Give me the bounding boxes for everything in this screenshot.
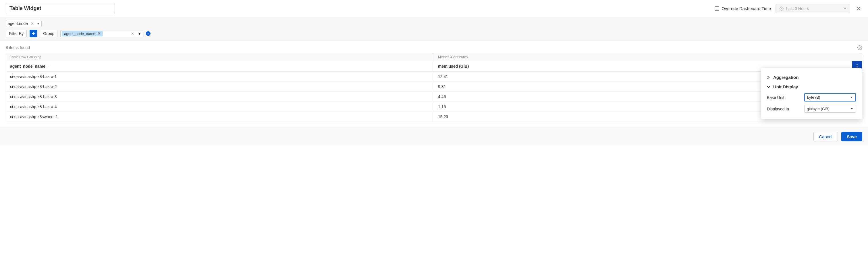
- override-time-toggle[interactable]: Override Dashboard Time: [715, 6, 771, 11]
- chevron-down-icon: [767, 85, 771, 88]
- cancel-button[interactable]: Cancel: [813, 132, 838, 141]
- group-selector[interactable]: agent_node_name ✕ ✕ ▼: [60, 30, 143, 37]
- column-a-label: agent_node_name: [10, 64, 45, 69]
- grouping-header: Table Row Grouping: [6, 53, 434, 61]
- displayed-in-row: Displayed In gibibyte (GiB) ▼: [767, 103, 856, 114]
- close-button[interactable]: [855, 5, 862, 12]
- base-unit-label: Base Unit: [767, 95, 801, 100]
- chevron-down-icon: ▼: [850, 96, 853, 99]
- group-tag-label: agent_node_name: [64, 32, 95, 36]
- cell-name: ci-qa-avinashp-k8-bakra-3: [6, 92, 434, 102]
- override-checkbox[interactable]: [715, 6, 719, 11]
- cell-name: ci-qa-avinashp-k8-bakra-4: [6, 102, 434, 111]
- table-row[interactable]: ci-qa-avinashp-k8-bakra-34.46: [6, 92, 862, 102]
- time-range-label: Last 3 Hours: [786, 6, 809, 11]
- data-table: Table Row Grouping Metrics & Attributes …: [6, 53, 862, 122]
- time-range-picker[interactable]: Last 3 Hours: [776, 4, 850, 13]
- add-filter-button[interactable]: +: [30, 30, 37, 37]
- sort-asc-icon: ↑: [47, 64, 49, 69]
- column-settings-popover: Aggregation Unit Display Base Unit byte …: [761, 68, 862, 119]
- metrics-header: Metrics & Attributes: [434, 53, 862, 61]
- content-area: 8 items found Table Row Grouping Metrics…: [0, 40, 868, 128]
- group-label: Group: [40, 30, 57, 37]
- displayed-in-label: Displayed In: [767, 107, 801, 111]
- column-header-name[interactable]: agent_node_name ↑: [6, 61, 434, 71]
- remove-group-tag-icon[interactable]: ✕: [98, 32, 100, 36]
- save-button[interactable]: Save: [841, 132, 862, 141]
- aggregation-section[interactable]: Aggregation: [767, 73, 856, 82]
- aggregation-label: Aggregation: [773, 75, 799, 80]
- table-super-header: Table Row Grouping Metrics & Attributes: [6, 53, 862, 61]
- widget-title-input[interactable]: [6, 3, 115, 14]
- displayed-in-value: gibibyte (GiB): [807, 107, 830, 111]
- displayed-in-select[interactable]: gibibyte (GiB) ▼: [804, 105, 856, 113]
- table-row[interactable]: ci-qa-avinashp-k8-bakra-41.15: [6, 102, 862, 112]
- source-selector[interactable]: agent.node ✕ ▼: [6, 20, 42, 27]
- settings-button[interactable]: [857, 45, 862, 50]
- cell-name: ci-qa-avinashp-k8swheel-1: [6, 112, 434, 122]
- base-unit-row: Base Unit byte (B) ▼: [767, 92, 856, 103]
- chevron-down-icon: ▼: [850, 107, 854, 110]
- top-bar: Override Dashboard Time Last 3 Hours: [0, 0, 868, 17]
- source-value: agent.node: [8, 21, 28, 26]
- results-count: 8 items found: [6, 45, 30, 50]
- table-row[interactable]: ci-qa-avinashp-k8-bakra-29.31: [6, 82, 862, 92]
- info-icon[interactable]: i: [146, 31, 151, 36]
- svg-point-3: [857, 66, 857, 67]
- chevron-down-icon: [844, 7, 846, 10]
- clear-group-icon[interactable]: ✕: [129, 32, 136, 36]
- svg-point-2: [857, 64, 857, 65]
- unit-display-section[interactable]: Unit Display: [767, 82, 856, 92]
- group-tag[interactable]: agent_node_name ✕: [62, 31, 102, 36]
- cell-name: ci-qa-avinashp-k8-bakra-1: [6, 72, 434, 81]
- base-unit-value: byte (B): [807, 95, 820, 100]
- table-header-row: agent_node_name ↑ mem.used (GiB): [6, 61, 862, 72]
- chevron-down-icon[interactable]: ▼: [137, 31, 142, 36]
- query-bar: agent.node ✕ ▼ Filter By + Group agent_n…: [0, 17, 868, 40]
- filter-by-label: Filter By: [6, 30, 27, 37]
- base-unit-select[interactable]: byte (B) ▼: [804, 93, 856, 102]
- override-label: Override Dashboard Time: [721, 6, 771, 11]
- footer: Cancel Save: [0, 128, 868, 145]
- clear-source-icon[interactable]: ✕: [30, 22, 35, 26]
- unit-display-label: Unit Display: [773, 84, 798, 89]
- cell-name: ci-qa-avinashp-k8-bakra-2: [6, 82, 434, 92]
- table-row[interactable]: ci-qa-avinashp-k8-bakra-112.41: [6, 72, 862, 82]
- chevron-down-icon[interactable]: ▼: [37, 22, 40, 25]
- clock-icon: [779, 6, 784, 11]
- svg-point-1: [859, 47, 861, 48]
- table-body: ci-qa-avinashp-k8-bakra-112.41ci-qa-avin…: [6, 72, 862, 122]
- table-row[interactable]: ci-qa-avinashp-k8swheel-115.23: [6, 112, 862, 122]
- chevron-right-icon: [767, 76, 771, 79]
